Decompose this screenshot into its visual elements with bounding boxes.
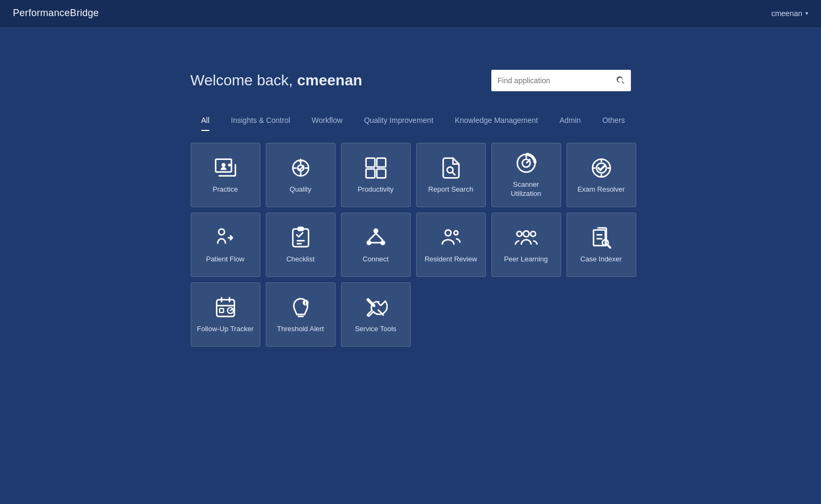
svg-point-2 [228,163,231,166]
peer-learning-icon [514,226,538,250]
category-tabs: All Insights & Control Workflow Quality … [191,111,631,130]
app-tile-checklist[interactable]: Checklist [266,213,336,277]
followup-tracker-label: Follow-Up Tracker [197,325,253,334]
svg-point-30 [523,231,529,237]
app-tile-service-tools[interactable]: Service Tools [341,282,411,347]
user-menu[interactable]: cmeenan ▾ [771,9,808,18]
svg-rect-7 [366,169,375,178]
svg-rect-6 [376,158,386,167]
report-search-icon [439,156,463,180]
app-tile-quality[interactable]: Quality [266,143,336,207]
svg-line-10 [452,172,455,175]
productivity-icon [364,156,388,180]
app-tile-productivity[interactable]: Productivity [341,143,411,207]
app-tile-exam-resolver[interactable]: Exam Resolver [566,143,636,207]
svg-point-29 [454,231,457,235]
tab-all[interactable]: All [191,111,221,130]
search-box [491,70,631,91]
svg-rect-33 [593,230,605,245]
tab-insights[interactable]: Insights & Control [220,111,301,130]
tab-admin[interactable]: Admin [549,111,592,130]
svg-rect-8 [376,169,386,178]
threshold-alert-label: Threshold Alert [277,325,324,334]
productivity-label: Productivity [358,185,394,194]
patient-flow-label: Patient Flow [206,255,245,264]
app-logo: PerformanceBridge [13,8,99,19]
svg-point-1 [221,163,225,166]
svg-point-17 [219,229,224,235]
svg-rect-5 [366,158,375,167]
welcome-username: cmeenan [297,72,362,89]
app-tile-scanner-utilization[interactable]: Scanner Utilization [491,143,561,207]
followup-tracker-icon [214,296,237,319]
app-tile-threshold-alert[interactable]: ! Threshold Alert [266,282,336,347]
username-display: cmeenan [771,9,802,18]
exam-resolver-icon [590,156,613,180]
tab-others[interactable]: Others [592,111,636,130]
svg-text:!: ! [304,300,306,305]
quality-icon [289,156,313,180]
app-grid: Practice Quality Productivity [191,143,631,347]
threshold-alert-icon: ! [289,296,313,319]
exam-resolver-label: Exam Resolver [577,185,624,194]
tab-knowledge[interactable]: Knowledge Management [444,111,549,130]
main-content: Welcome back, cmeenan All Insights & Con… [0,27,821,347]
app-tile-practice[interactable]: Practice [191,143,260,207]
app-tile-patient-flow[interactable]: Patient Flow [191,213,260,277]
svg-line-26 [376,233,383,240]
welcome-row: Welcome back, cmeenan [191,70,631,91]
tab-workflow[interactable]: Workflow [301,111,353,130]
case-indexer-icon [590,226,613,250]
resident-review-icon [439,226,463,250]
search-input[interactable] [491,70,611,91]
search-icon [616,76,626,85]
report-search-label: Report Search [428,185,474,194]
scanner-utilization-icon [514,151,538,175]
welcome-heading: Welcome back, cmeenan [191,72,362,89]
service-tools-icon [364,296,388,319]
app-tile-connect[interactable]: Connect [341,213,411,277]
svg-point-28 [445,230,451,236]
app-tile-report-search[interactable]: Report Search [416,143,486,207]
svg-rect-21 [297,227,303,230]
practice-label: Practice [213,185,238,194]
svg-line-25 [369,233,376,240]
checklist-label: Checklist [286,255,315,264]
search-button[interactable] [611,70,631,91]
patient-flow-icon [214,226,237,250]
app-tile-case-indexer[interactable]: Case Indexer [566,213,636,277]
tab-quality-improvement[interactable]: Quality Improvement [353,111,444,130]
svg-line-37 [607,245,610,247]
chevron-down-icon: ▾ [805,10,808,16]
app-tile-followup-tracker[interactable]: Follow-Up Tracker [191,282,260,347]
quality-label: Quality [289,185,311,194]
svg-line-44 [230,309,233,310]
svg-point-31 [517,231,521,236]
welcome-prefix: Welcome back, [191,72,293,89]
peer-learning-label: Peer Learning [504,255,548,264]
header: PerformanceBridge cmeenan ▾ [0,0,821,27]
practice-icon [214,156,237,180]
app-tile-peer-learning[interactable]: Peer Learning [491,213,561,277]
scanner-utilization-label: Scanner Utilization [497,180,555,199]
svg-rect-42 [220,308,223,312]
case-indexer-label: Case Indexer [580,255,622,264]
connect-icon [364,226,388,250]
svg-point-32 [531,231,535,236]
app-tile-resident-review[interactable]: Resident Review [416,213,486,277]
svg-point-22 [373,228,378,233]
connect-label: Connect [362,255,388,264]
resident-review-label: Resident Review [425,255,477,264]
checklist-icon [289,226,313,250]
service-tools-label: Service Tools [355,325,396,334]
